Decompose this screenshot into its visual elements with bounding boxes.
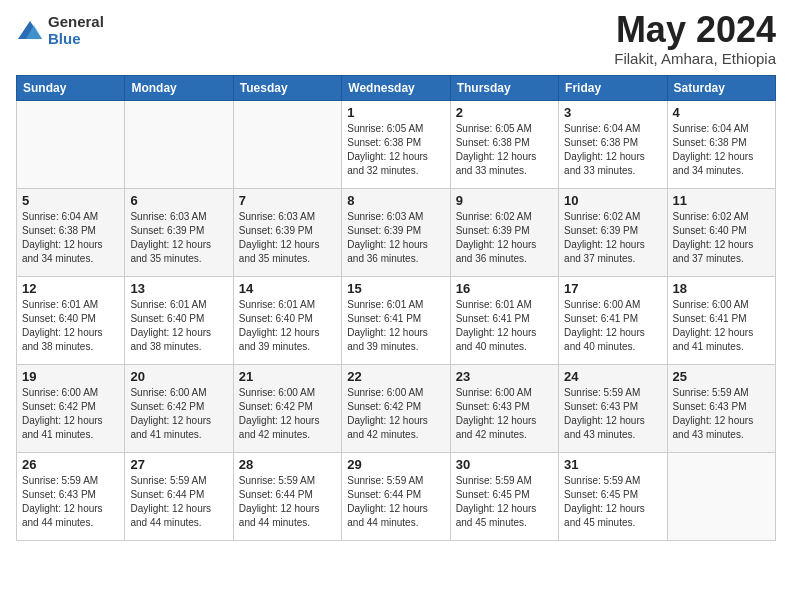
day-number: 6 bbox=[130, 193, 227, 208]
day-number: 15 bbox=[347, 281, 444, 296]
week-row-5: 26Sunrise: 5:59 AMSunset: 6:43 PMDayligh… bbox=[17, 452, 776, 540]
calendar-cell bbox=[17, 100, 125, 188]
calendar-cell: 29Sunrise: 5:59 AMSunset: 6:44 PMDayligh… bbox=[342, 452, 450, 540]
calendar-cell: 18Sunrise: 6:00 AMSunset: 6:41 PMDayligh… bbox=[667, 276, 775, 364]
day-number: 19 bbox=[22, 369, 119, 384]
calendar-cell: 21Sunrise: 6:00 AMSunset: 6:42 PMDayligh… bbox=[233, 364, 341, 452]
calendar-cell: 14Sunrise: 6:01 AMSunset: 6:40 PMDayligh… bbox=[233, 276, 341, 364]
day-number: 2 bbox=[456, 105, 553, 120]
calendar-cell: 17Sunrise: 6:00 AMSunset: 6:41 PMDayligh… bbox=[559, 276, 667, 364]
calendar-cell: 10Sunrise: 6:02 AMSunset: 6:39 PMDayligh… bbox=[559, 188, 667, 276]
day-info: Sunrise: 5:59 AMSunset: 6:45 PMDaylight:… bbox=[456, 474, 553, 530]
logo-icon bbox=[16, 17, 44, 45]
week-row-3: 12Sunrise: 6:01 AMSunset: 6:40 PMDayligh… bbox=[17, 276, 776, 364]
day-number: 18 bbox=[673, 281, 770, 296]
calendar-cell: 23Sunrise: 6:00 AMSunset: 6:43 PMDayligh… bbox=[450, 364, 558, 452]
header-sunday: Sunday bbox=[17, 75, 125, 100]
day-number: 30 bbox=[456, 457, 553, 472]
header-saturday: Saturday bbox=[667, 75, 775, 100]
calendar-cell: 27Sunrise: 5:59 AMSunset: 6:44 PMDayligh… bbox=[125, 452, 233, 540]
logo-general-text: General bbox=[48, 14, 104, 31]
day-info: Sunrise: 6:03 AMSunset: 6:39 PMDaylight:… bbox=[347, 210, 444, 266]
calendar-cell: 11Sunrise: 6:02 AMSunset: 6:40 PMDayligh… bbox=[667, 188, 775, 276]
header-tuesday: Tuesday bbox=[233, 75, 341, 100]
calendar-cell: 16Sunrise: 6:01 AMSunset: 6:41 PMDayligh… bbox=[450, 276, 558, 364]
day-info: Sunrise: 6:04 AMSunset: 6:38 PMDaylight:… bbox=[564, 122, 661, 178]
day-info: Sunrise: 6:04 AMSunset: 6:38 PMDaylight:… bbox=[22, 210, 119, 266]
calendar-table: Sunday Monday Tuesday Wednesday Thursday… bbox=[16, 75, 776, 541]
day-number: 25 bbox=[673, 369, 770, 384]
day-number: 4 bbox=[673, 105, 770, 120]
calendar-cell: 24Sunrise: 5:59 AMSunset: 6:43 PMDayligh… bbox=[559, 364, 667, 452]
day-info: Sunrise: 5:59 AMSunset: 6:43 PMDaylight:… bbox=[22, 474, 119, 530]
day-info: Sunrise: 6:05 AMSunset: 6:38 PMDaylight:… bbox=[347, 122, 444, 178]
week-row-2: 5Sunrise: 6:04 AMSunset: 6:38 PMDaylight… bbox=[17, 188, 776, 276]
header: General Blue May 2024 Filakit, Amhara, E… bbox=[16, 10, 776, 67]
day-info: Sunrise: 6:04 AMSunset: 6:38 PMDaylight:… bbox=[673, 122, 770, 178]
day-info: Sunrise: 6:02 AMSunset: 6:39 PMDaylight:… bbox=[456, 210, 553, 266]
day-info: Sunrise: 6:00 AMSunset: 6:41 PMDaylight:… bbox=[673, 298, 770, 354]
day-number: 28 bbox=[239, 457, 336, 472]
calendar-cell: 2Sunrise: 6:05 AMSunset: 6:38 PMDaylight… bbox=[450, 100, 558, 188]
day-info: Sunrise: 6:05 AMSunset: 6:38 PMDaylight:… bbox=[456, 122, 553, 178]
day-number: 26 bbox=[22, 457, 119, 472]
calendar-cell: 30Sunrise: 5:59 AMSunset: 6:45 PMDayligh… bbox=[450, 452, 558, 540]
week-row-4: 19Sunrise: 6:00 AMSunset: 6:42 PMDayligh… bbox=[17, 364, 776, 452]
day-number: 10 bbox=[564, 193, 661, 208]
day-number: 13 bbox=[130, 281, 227, 296]
day-info: Sunrise: 6:00 AMSunset: 6:42 PMDaylight:… bbox=[239, 386, 336, 442]
day-info: Sunrise: 6:01 AMSunset: 6:40 PMDaylight:… bbox=[22, 298, 119, 354]
day-info: Sunrise: 6:01 AMSunset: 6:40 PMDaylight:… bbox=[130, 298, 227, 354]
calendar-cell: 22Sunrise: 6:00 AMSunset: 6:42 PMDayligh… bbox=[342, 364, 450, 452]
calendar-cell: 31Sunrise: 5:59 AMSunset: 6:45 PMDayligh… bbox=[559, 452, 667, 540]
day-info: Sunrise: 6:00 AMSunset: 6:42 PMDaylight:… bbox=[22, 386, 119, 442]
day-number: 14 bbox=[239, 281, 336, 296]
day-number: 11 bbox=[673, 193, 770, 208]
calendar-cell: 9Sunrise: 6:02 AMSunset: 6:39 PMDaylight… bbox=[450, 188, 558, 276]
calendar-cell: 19Sunrise: 6:00 AMSunset: 6:42 PMDayligh… bbox=[17, 364, 125, 452]
header-friday: Friday bbox=[559, 75, 667, 100]
day-number: 24 bbox=[564, 369, 661, 384]
day-number: 22 bbox=[347, 369, 444, 384]
title-block: May 2024 Filakit, Amhara, Ethiopia bbox=[614, 10, 776, 67]
logo-text: General Blue bbox=[48, 14, 104, 47]
calendar-cell: 15Sunrise: 6:01 AMSunset: 6:41 PMDayligh… bbox=[342, 276, 450, 364]
calendar-cell bbox=[667, 452, 775, 540]
day-info: Sunrise: 6:02 AMSunset: 6:40 PMDaylight:… bbox=[673, 210, 770, 266]
day-number: 5 bbox=[22, 193, 119, 208]
day-number: 9 bbox=[456, 193, 553, 208]
header-thursday: Thursday bbox=[450, 75, 558, 100]
day-number: 20 bbox=[130, 369, 227, 384]
day-number: 8 bbox=[347, 193, 444, 208]
day-number: 12 bbox=[22, 281, 119, 296]
day-info: Sunrise: 6:00 AMSunset: 6:41 PMDaylight:… bbox=[564, 298, 661, 354]
day-number: 31 bbox=[564, 457, 661, 472]
day-info: Sunrise: 5:59 AMSunset: 6:44 PMDaylight:… bbox=[347, 474, 444, 530]
day-number: 16 bbox=[456, 281, 553, 296]
day-number: 21 bbox=[239, 369, 336, 384]
day-info: Sunrise: 6:02 AMSunset: 6:39 PMDaylight:… bbox=[564, 210, 661, 266]
day-info: Sunrise: 6:01 AMSunset: 6:41 PMDaylight:… bbox=[347, 298, 444, 354]
day-info: Sunrise: 5:59 AMSunset: 6:44 PMDaylight:… bbox=[239, 474, 336, 530]
day-number: 3 bbox=[564, 105, 661, 120]
calendar-cell: 4Sunrise: 6:04 AMSunset: 6:38 PMDaylight… bbox=[667, 100, 775, 188]
day-number: 7 bbox=[239, 193, 336, 208]
calendar-cell: 12Sunrise: 6:01 AMSunset: 6:40 PMDayligh… bbox=[17, 276, 125, 364]
calendar-cell: 7Sunrise: 6:03 AMSunset: 6:39 PMDaylight… bbox=[233, 188, 341, 276]
calendar-cell: 3Sunrise: 6:04 AMSunset: 6:38 PMDaylight… bbox=[559, 100, 667, 188]
day-info: Sunrise: 5:59 AMSunset: 6:43 PMDaylight:… bbox=[673, 386, 770, 442]
logo-blue-text: Blue bbox=[48, 31, 104, 48]
calendar-cell: 8Sunrise: 6:03 AMSunset: 6:39 PMDaylight… bbox=[342, 188, 450, 276]
header-wednesday: Wednesday bbox=[342, 75, 450, 100]
title-month: May 2024 bbox=[614, 10, 776, 50]
calendar-cell: 26Sunrise: 5:59 AMSunset: 6:43 PMDayligh… bbox=[17, 452, 125, 540]
day-number: 27 bbox=[130, 457, 227, 472]
day-info: Sunrise: 6:00 AMSunset: 6:42 PMDaylight:… bbox=[347, 386, 444, 442]
day-number: 17 bbox=[564, 281, 661, 296]
calendar-cell: 5Sunrise: 6:04 AMSunset: 6:38 PMDaylight… bbox=[17, 188, 125, 276]
day-info: Sunrise: 6:00 AMSunset: 6:43 PMDaylight:… bbox=[456, 386, 553, 442]
calendar-cell: 28Sunrise: 5:59 AMSunset: 6:44 PMDayligh… bbox=[233, 452, 341, 540]
calendar-cell: 25Sunrise: 5:59 AMSunset: 6:43 PMDayligh… bbox=[667, 364, 775, 452]
day-number: 23 bbox=[456, 369, 553, 384]
logo: General Blue bbox=[16, 14, 104, 47]
